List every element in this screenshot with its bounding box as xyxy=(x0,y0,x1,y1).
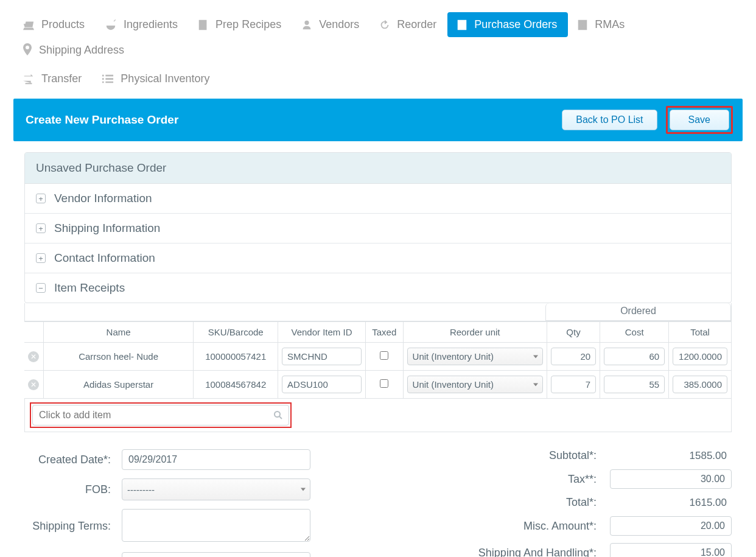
delete-row-button[interactable]: ✕ xyxy=(28,351,39,362)
table-row: ✕ Adidas Superstar 100084567842 Unit (In… xyxy=(24,371,732,399)
reorder-unit-select[interactable]: Unit (Inventory Unit) xyxy=(407,348,543,365)
add-item-highlight xyxy=(30,402,292,428)
col-cost: Cost xyxy=(600,322,669,343)
tab-reorder[interactable]: Reorder xyxy=(370,12,447,37)
back-to-po-list-button[interactable]: Back to PO List xyxy=(562,110,657,130)
cost-input[interactable] xyxy=(604,376,665,393)
items-table: Name SKU/Barcode Vendor Item ID Taxed Re… xyxy=(24,321,732,399)
reorder-icon xyxy=(379,19,391,31)
comments-textarea[interactable] xyxy=(122,552,310,557)
tab-transfer[interactable]: Transfer xyxy=(13,66,93,91)
tab-label: Shipping Address xyxy=(39,44,124,57)
cell-name: Carrson heel- Nude xyxy=(43,343,194,371)
col-taxed: Taxed xyxy=(365,322,403,343)
fob-label: FOB: xyxy=(24,483,122,496)
purchase-orders-icon xyxy=(456,19,468,31)
ordered-header-row: Ordered xyxy=(24,303,732,321)
tab-label: Prep Recipes xyxy=(215,18,281,31)
tab-products[interactable]: Products xyxy=(13,12,96,37)
vendor-item-input[interactable] xyxy=(282,376,362,393)
misc-amount-label: Misc. Amount*: xyxy=(523,520,610,533)
tab-label: Purchase Orders xyxy=(474,18,557,31)
header-actions: Back to PO List Save xyxy=(562,106,733,134)
tab-label: Reorder xyxy=(397,18,436,31)
item-receipts-section[interactable]: − Item Receipts xyxy=(25,273,731,303)
expand-plus-icon[interactable]: + xyxy=(36,253,46,263)
total-input[interactable] xyxy=(673,348,727,365)
collapse-minus-icon[interactable]: − xyxy=(36,283,46,293)
cell-name: Adidas Superstar xyxy=(43,371,194,399)
cost-input[interactable] xyxy=(604,348,665,365)
panel-title: Unsaved Purchase Order xyxy=(25,153,731,184)
tab-label: Physical Inventory xyxy=(121,72,209,85)
add-item-input[interactable] xyxy=(32,405,289,426)
subtotal-label: Subtotal*: xyxy=(549,449,610,462)
vendor-information-section[interactable]: + Vendor Information xyxy=(25,184,731,214)
total-value: 1615.00 xyxy=(610,497,732,509)
vendor-item-input[interactable] xyxy=(282,348,362,365)
section-label: Item Receipts xyxy=(54,281,125,295)
section-label: Shipping Information xyxy=(54,222,160,235)
tab-vendors[interactable]: Vendors xyxy=(292,12,370,37)
expand-plus-icon[interactable]: + xyxy=(36,223,46,233)
taxed-checkbox[interactable] xyxy=(380,379,388,388)
col-vendor-item: Vendor Item ID xyxy=(278,322,366,343)
main-tabs-row2: Transfer Physical Inventory xyxy=(13,66,743,95)
tab-label: Products xyxy=(41,18,85,31)
lower-section: Created Date*: FOB: --------- Shipping T… xyxy=(24,449,732,557)
save-button[interactable]: Save xyxy=(670,110,729,130)
qty-input[interactable] xyxy=(551,348,596,365)
section-label: Vendor Information xyxy=(54,192,152,205)
search-icon xyxy=(273,410,283,420)
tab-ingredients[interactable]: Ingredients xyxy=(96,12,189,37)
tab-rmas[interactable]: RMAs xyxy=(568,12,635,37)
page-header: Create New Purchase Order Back to PO Lis… xyxy=(13,99,743,141)
tab-shipping-address[interactable]: Shipping Address xyxy=(13,37,135,63)
col-total: Total xyxy=(669,322,732,343)
created-date-input[interactable] xyxy=(122,449,310,470)
tab-label: Transfer xyxy=(41,72,82,85)
misc-amount-input[interactable] xyxy=(610,516,732,536)
taxed-checkbox[interactable] xyxy=(380,351,388,360)
fob-select[interactable]: --------- xyxy=(122,478,310,500)
shipping-handling-input[interactable] xyxy=(610,543,732,557)
ordered-group-header: Ordered xyxy=(545,303,731,321)
items-table-section: Ordered Name SKU/Barcode Vendor Item ID … xyxy=(24,303,732,432)
section-label: Contact Information xyxy=(54,251,155,265)
tab-purchase-orders[interactable]: Purchase Orders xyxy=(447,12,568,37)
totals-panel: Subtotal*: 1585.00 Tax**: Total*: 1615.0… xyxy=(392,449,732,557)
main-tabs: Products Ingredients Prep Recipes Vendor… xyxy=(13,12,743,66)
shipping-address-icon xyxy=(22,43,33,57)
tab-physical-inventory[interactable]: Physical Inventory xyxy=(93,66,220,91)
col-sku: SKU/Barcode xyxy=(194,322,278,343)
delete-row-button[interactable]: ✕ xyxy=(28,379,39,390)
tab-prep-recipes[interactable]: Prep Recipes xyxy=(189,12,292,37)
reorder-unit-select[interactable]: Unit (Inventory Unit) xyxy=(407,376,543,393)
cell-sku: 100000057421 xyxy=(194,343,278,371)
rmas-icon xyxy=(576,19,589,31)
tax-input[interactable] xyxy=(610,469,732,489)
add-item-row xyxy=(24,399,732,432)
created-date-label: Created Date*: xyxy=(24,454,122,466)
tab-label: Vendors xyxy=(319,18,359,31)
svg-point-0 xyxy=(275,412,280,417)
table-row: ✕ Carrson heel- Nude 100000057421 Unit (… xyxy=(24,343,732,371)
qty-input[interactable] xyxy=(551,376,596,393)
po-details-form: Created Date*: FOB: --------- Shipping T… xyxy=(24,449,364,557)
expand-plus-icon[interactable]: + xyxy=(36,194,46,203)
physical-inventory-icon xyxy=(101,73,114,85)
contact-information-section[interactable]: + Contact Information xyxy=(25,243,731,273)
prep-recipes-icon xyxy=(197,19,209,31)
shipping-information-section[interactable]: + Shipping Information xyxy=(25,214,731,243)
po-panel: Unsaved Purchase Order + Vendor Informat… xyxy=(24,152,732,303)
col-reorder-unit: Reorder unit xyxy=(403,322,547,343)
shipping-terms-textarea[interactable] xyxy=(122,509,310,542)
tab-label: Ingredients xyxy=(124,18,178,31)
svg-line-1 xyxy=(279,416,282,419)
vendors-icon xyxy=(301,19,313,31)
total-input[interactable] xyxy=(673,376,727,393)
products-icon xyxy=(22,19,35,31)
ingredients-icon xyxy=(104,19,117,31)
cell-sku: 100084567842 xyxy=(194,371,278,399)
col-name: Name xyxy=(43,322,194,343)
